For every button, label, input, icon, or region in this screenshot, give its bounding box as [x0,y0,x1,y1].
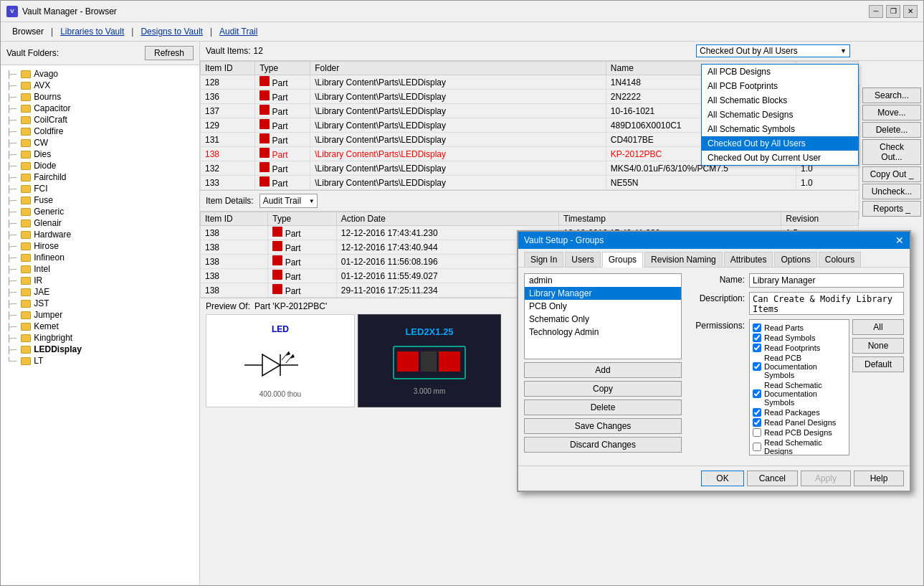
tab-revision-naming[interactable]: Revision Naming [644,252,723,267]
list-item[interactable]: ├─ Intel [4,263,196,275]
name-input[interactable] [749,273,904,288]
list-item[interactable]: ├─ CoilCraft [4,114,196,126]
group-item-library-manager[interactable]: Library Manager [525,287,681,300]
list-item[interactable]: ├─ Fairchild [4,171,196,183]
dropdown-item-checked-out-all[interactable]: Checked Out by All Users [702,136,858,151]
move-button[interactable]: Move... [862,105,921,120]
apply-button[interactable]: Apply [801,471,851,486]
list-item[interactable]: ├─ Bourns [4,91,196,103]
list-item[interactable]: ├─ AVX [4,80,196,91]
perm-default-button[interactable]: Default [852,356,904,372]
filter-dropdown[interactable]: Checked Out by All Users ▼ [696,44,850,57]
list-item[interactable]: ├─ Glenair [4,217,196,229]
group-item-pcb-only[interactable]: PCB Only [525,300,681,313]
tab-designs-to-vault[interactable]: Designs to Vault [135,25,209,38]
cancel-button[interactable]: Cancel [747,471,798,486]
tab-groups[interactable]: Groups [602,252,643,268]
list-item[interactable]: ├─ Hirose [4,240,196,252]
description-input[interactable]: Can Create & Modify Library Items [749,292,904,315]
group-item-schematic-only[interactable]: Schematic Only [525,313,681,326]
copy-group-button[interactable]: Copy [524,381,682,397]
list-item[interactable]: ├─ Infineon [4,252,196,263]
audit-col-type[interactable]: Type [268,212,337,226]
audit-col-timestamp[interactable]: Timestamp [559,212,781,226]
perm-checkbox-read-pcb-designs[interactable] [753,428,761,437]
dropdown-item-all-schematic-symbols[interactable]: All Schematic Symbols [702,122,858,136]
save-changes-button[interactable]: Save Changes [524,418,682,434]
list-item[interactable]: ├─ JAE [4,286,196,298]
refresh-button[interactable]: Refresh [145,46,194,60]
list-item[interactable]: ├─ FCI [4,183,196,194]
list-item[interactable]: ├─ Avago [4,68,196,80]
folder-icon [21,197,31,204]
list-item[interactable]: ├─ Kingbright [4,332,196,344]
perm-none-button[interactable]: None [852,338,904,354]
permissions-row: Permissions: Read Parts Read Symbols [687,319,904,455]
audit-col-action[interactable]: Action Date [336,212,558,226]
tab-attributes[interactable]: Attributes [724,252,773,267]
delete-button[interactable]: Delete... [862,122,921,138]
tab-options[interactable]: Options [774,252,816,267]
tab-audit-trail[interactable]: Audit Trail [214,25,263,38]
dropdown-item-all-schematic-designs[interactable]: All Schematic Designs [702,108,858,122]
perm-checkbox-read-parts[interactable] [753,323,761,332]
list-item[interactable]: └─ LT [4,355,196,367]
list-item[interactable]: ├─ CW [4,137,196,148]
list-item[interactable]: ├─ Jumper [4,309,196,321]
perm-checkbox-read-sch-doc[interactable] [753,389,761,398]
group-item-tech-admin[interactable]: Technology Admin [525,326,681,339]
close-window-button[interactable]: ✕ [903,5,918,18]
perm-all-button[interactable]: All [852,319,904,335]
ok-button[interactable]: OK [701,471,743,486]
perm-checkbox-read-panel[interactable] [753,418,761,427]
copyout-button[interactable]: Copy Out _ [862,166,921,182]
restore-button[interactable]: ❐ [886,5,900,18]
dropdown-item-all-pcb-footprints[interactable]: All PCB Footprints [702,79,858,93]
tab-browser[interactable]: Browser [6,25,49,38]
list-item[interactable]: ├─ Kemet [4,321,196,332]
vault-items-count: 12 [253,46,262,56]
dropdown-item-all-schematic-blocks[interactable]: All Schematic Blocks [702,93,858,108]
audit-col-id[interactable]: Item ID [201,212,268,226]
perm-checkbox-read-pcb-doc[interactable] [753,362,761,371]
help-button[interactable]: Help [854,471,904,486]
dropdown-item-checked-out-current[interactable]: Checked Out by Current User [702,151,858,165]
delete-group-button[interactable]: Delete [524,400,682,415]
tab-colours[interactable]: Colours [819,252,861,267]
dialog-close-button[interactable]: ✕ [895,235,904,246]
col-header-folder[interactable]: Folder [310,62,606,75]
perm-checkbox-read-symbols[interactable] [753,334,761,342]
details-dropdown-wrap[interactable]: Audit Trail Properties Preview [259,194,318,208]
list-item[interactable]: ├─ Hardware [4,229,196,240]
list-item[interactable]: ├─ JST [4,298,196,309]
details-dropdown[interactable]: Audit Trail Properties Preview [259,194,318,208]
search-button[interactable]: Search... [862,88,921,103]
list-item[interactable]: ├─ Generic [4,206,196,217]
list-item[interactable]: ├─ Coldfire [4,126,196,137]
table-row[interactable]: 133 Part \Library Content\Parts\LEDDispl… [201,176,859,190]
perm-checkbox-read-footprints[interactable] [753,344,761,352]
col-header-id[interactable]: Item ID [201,62,255,75]
perm-checkbox-read-sch-designs[interactable] [753,443,761,451]
dropdown-item-all-pcb-designs[interactable]: All PCB Designs [702,65,858,79]
list-item[interactable]: ├─ Diode [4,160,196,171]
list-item[interactable]: ├─ LEDDisplay [4,344,196,355]
tab-sign-in[interactable]: Sign In [524,252,563,267]
permissions-label: Permissions: [687,319,745,331]
uncheck-button[interactable]: Uncheck... [862,184,921,199]
list-item[interactable]: ├─ IR [4,275,196,286]
audit-col-revision[interactable]: Revision [781,212,859,226]
list-item[interactable]: ├─ Capacitor [4,103,196,114]
tab-users[interactable]: Users [565,252,600,267]
list-item[interactable]: ├─ Dies [4,148,196,160]
col-header-type[interactable]: Type [255,62,310,75]
discard-changes-button[interactable]: Discard Changes [524,437,682,453]
reports-button[interactable]: Reports _ [862,201,921,217]
perm-checkbox-read-packages[interactable] [753,408,761,417]
group-item-admin[interactable]: admin [525,274,681,287]
minimize-button[interactable]: ─ [869,5,883,18]
tab-libraries-to-vault[interactable]: Libraries to Vault [54,25,130,38]
add-group-button[interactable]: Add [524,362,682,378]
checkout-button[interactable]: Check Out... [862,139,921,165]
list-item[interactable]: ├─ Fuse [4,194,196,206]
